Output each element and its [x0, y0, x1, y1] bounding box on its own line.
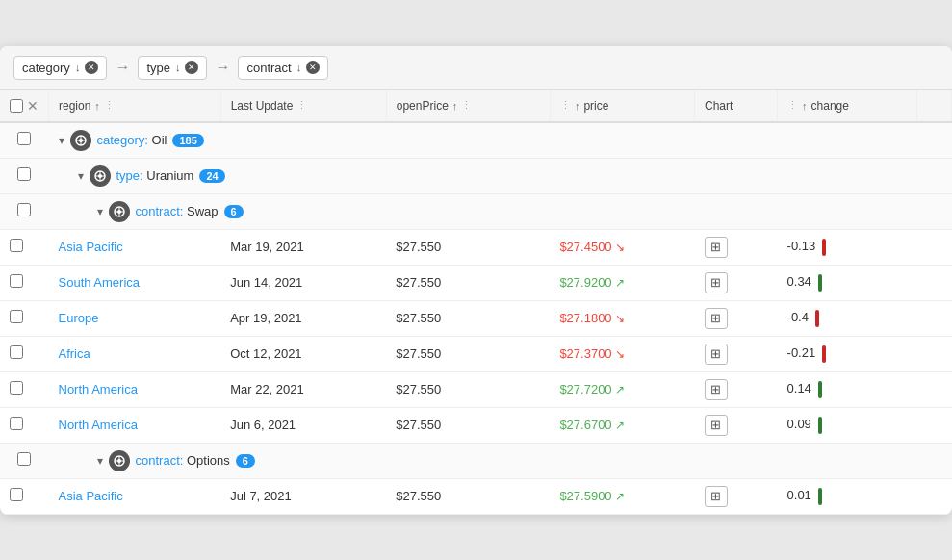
filter-chip-type[interactable]: type ↓ ✕	[138, 56, 207, 80]
group-type-expand[interactable]: ▾	[78, 169, 84, 183]
price-label: price	[583, 99, 608, 113]
group-row-contract-options: ▾ contract: Options	[0, 443, 952, 478]
header-price: ⋮ ↑ price	[550, 90, 694, 122]
filter-type-close[interactable]: ✕	[185, 61, 198, 74]
change-bar-neg	[822, 239, 826, 256]
row-extra	[917, 407, 952, 443]
row-checkbox[interactable]	[10, 488, 23, 501]
openprice-menu-icon[interactable]: ⋮	[461, 99, 472, 112]
change-label: change	[811, 99, 849, 113]
change-sort-icon[interactable]: ↑	[802, 100, 808, 112]
lastupdate-label: Last Update	[231, 99, 294, 113]
group-category-checkbox[interactable]	[17, 132, 31, 145]
row-checkbox[interactable]	[10, 345, 23, 359]
deselect-icon[interactable]: ✕	[27, 98, 39, 114]
header-region: region ↑ ⋮	[49, 90, 221, 122]
price-menu-icon[interactable]: ⋮	[560, 99, 571, 112]
filter-contract-close[interactable]: ✕	[306, 61, 320, 74]
chart-button[interactable]: ⊞	[705, 415, 728, 436]
region-sort-icon[interactable]: ↑	[94, 100, 100, 112]
select-all-checkbox[interactable]	[10, 99, 23, 113]
group-category-check	[0, 122, 49, 159]
table-row: North America Mar 22, 2021 $27.550 $27.7…	[0, 371, 952, 407]
chart-button[interactable]: ⊞	[705, 237, 728, 258]
row-chart: ⊞	[695, 336, 778, 371]
row-lastupdate: Jul 7, 2021	[220, 478, 386, 514]
row-extra	[917, 478, 952, 514]
price-sort-icon[interactable]: ↑	[575, 100, 580, 112]
row-lastupdate: Oct 12, 2021	[220, 336, 386, 371]
filter-category-arrow: ↓	[75, 62, 81, 73]
header-change: ⋮ ↑ change	[778, 90, 917, 122]
filter-chip-contract[interactable]: contract ↓ ✕	[238, 56, 328, 80]
group-swap-expand[interactable]: ▾	[97, 205, 103, 218]
group-swap-check	[0, 193, 49, 229]
row-checkbox[interactable]	[10, 417, 23, 430]
chart-button[interactable]: ⊞	[705, 379, 728, 400]
group-category-icon	[70, 130, 91, 151]
group-swap-checkbox[interactable]	[17, 203, 31, 216]
row-check	[0, 300, 49, 336]
row-chart: ⊞	[695, 229, 778, 265]
change-menu-icon[interactable]: ⋮	[787, 99, 798, 112]
row-lastupdate: Jun 6, 2021	[220, 407, 386, 443]
row-region: Asia Pacific	[49, 229, 221, 265]
row-region: North America	[49, 407, 221, 443]
change-value: -0.21	[787, 345, 816, 360]
row-checkbox[interactable]	[10, 310, 23, 323]
row-checkbox[interactable]	[10, 381, 23, 395]
main-container: category ↓ ✕ → type ↓ ✕ → contract ↓ ✕	[0, 46, 952, 515]
table-header-row: ✕ region ↑ ⋮ Last Update ⋮	[0, 90, 952, 122]
row-lastupdate: Jun 14, 2021	[220, 265, 386, 300]
group-swap-label: contract: Swap	[136, 204, 219, 218]
row-checkbox[interactable]	[10, 239, 23, 252]
row-region: Europe	[49, 300, 221, 336]
chart-button[interactable]: ⊞	[705, 272, 728, 293]
filter-type-label: type	[146, 61, 170, 75]
lastupdate-menu-icon[interactable]: ⋮	[296, 99, 307, 112]
row-change: 0.34	[778, 265, 917, 300]
change-value: 0.09	[787, 417, 811, 431]
row-chart: ⊞	[695, 300, 778, 336]
group-category-expand[interactable]: ▾	[59, 134, 64, 147]
group-category-label: category: Oil	[97, 133, 167, 147]
filter-contract-arrow: ↓	[296, 62, 302, 73]
group-options-expand[interactable]: ▾	[97, 454, 103, 468]
chart-button[interactable]: ⊞	[705, 486, 728, 507]
filter-chip-category[interactable]: category ↓ ✕	[13, 56, 107, 80]
filter-category-close[interactable]: ✕	[85, 61, 98, 74]
price-value: $27.3700	[559, 346, 611, 361]
row-lastupdate: Mar 19, 2021	[220, 229, 386, 265]
row-check	[0, 407, 49, 443]
row-price: $27.7200 ↗	[550, 371, 694, 407]
group-row-category: ▾ category: Oil	[0, 122, 952, 159]
price-value: $27.6700	[559, 418, 611, 432]
table-row: Asia Pacific Jul 7, 2021 $27.550 $27.590…	[0, 478, 952, 514]
group-type-cell: ▾ type: Uranium	[49, 158, 952, 193]
row-checkbox[interactable]	[10, 274, 23, 288]
row-extra	[917, 265, 952, 300]
change-bar-pos	[818, 381, 822, 398]
group-options-label: contract: Options	[136, 453, 230, 468]
openprice-label: openPrice	[397, 99, 449, 113]
row-chart: ⊞	[695, 478, 778, 514]
chart-button[interactable]: ⊞	[705, 308, 728, 329]
region-label: region	[59, 99, 90, 113]
row-extra	[917, 229, 952, 265]
group-options-checkbox[interactable]	[17, 452, 31, 466]
table-row: North America Jun 6, 2021 $27.550 $27.67…	[0, 407, 952, 443]
trend-up-icon: ↗	[615, 419, 625, 432]
table-row: South America Jun 14, 2021 $27.550 $27.9…	[0, 265, 952, 300]
row-check	[0, 478, 49, 514]
group-swap-badge: contract: Swap 6	[136, 204, 244, 218]
row-check	[0, 229, 49, 265]
group-type-checkbox[interactable]	[17, 167, 31, 181]
region-menu-icon[interactable]: ⋮	[104, 99, 115, 112]
filter-type-arrow: ↓	[175, 62, 181, 73]
group-type-check	[0, 158, 49, 193]
openprice-sort-icon[interactable]: ↑	[452, 100, 458, 112]
header-extra	[917, 90, 952, 122]
price-value: $27.7200	[559, 382, 611, 396]
chart-button[interactable]: ⊞	[705, 344, 728, 365]
row-price: $27.5900 ↗	[550, 478, 694, 514]
